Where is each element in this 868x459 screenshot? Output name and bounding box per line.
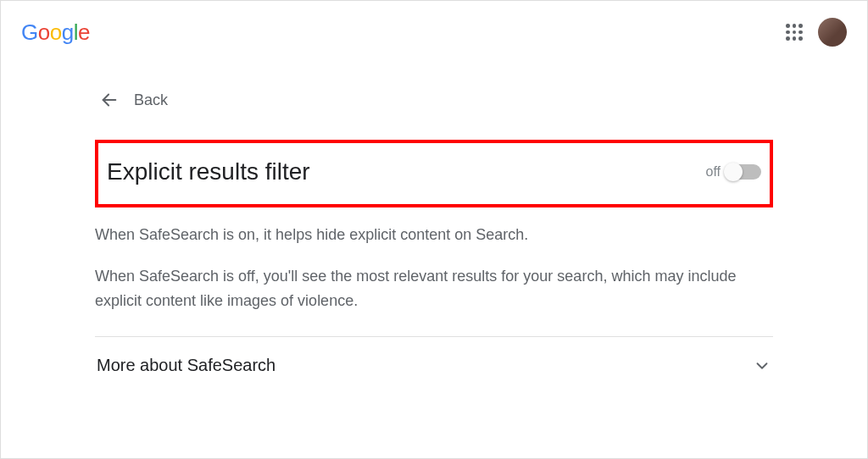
main-content: Back Explicit results filter off When Sa… <box>95 57 773 394</box>
description-off: When SafeSearch is off, you'll see the m… <box>95 264 773 313</box>
google-logo[interactable]: Google <box>21 19 90 46</box>
filter-description: When SafeSearch is on, it helps hide exp… <box>95 223 773 312</box>
toggle-knob-icon <box>724 163 743 181</box>
filter-state-label: off <box>706 164 721 180</box>
avatar[interactable] <box>818 18 847 47</box>
filter-toggle-wrap: off <box>706 164 762 180</box>
filter-title: Explicit results filter <box>107 158 310 185</box>
chevron-down-icon <box>753 357 771 375</box>
header: Google <box>1 1 867 57</box>
apps-grid-icon[interactable] <box>784 22 804 42</box>
more-about-safesearch[interactable]: More about SafeSearch <box>95 337 773 394</box>
filter-toggle[interactable] <box>726 164 761 180</box>
header-actions <box>784 18 847 47</box>
back-label: Back <box>134 91 168 109</box>
back-button[interactable]: Back <box>95 91 773 109</box>
explicit-filter-row-highlight: Explicit results filter off <box>95 140 773 207</box>
expander-title: More about SafeSearch <box>97 356 275 375</box>
arrow-left-icon <box>100 91 119 109</box>
description-on: When SafeSearch is on, it helps hide exp… <box>95 223 773 247</box>
